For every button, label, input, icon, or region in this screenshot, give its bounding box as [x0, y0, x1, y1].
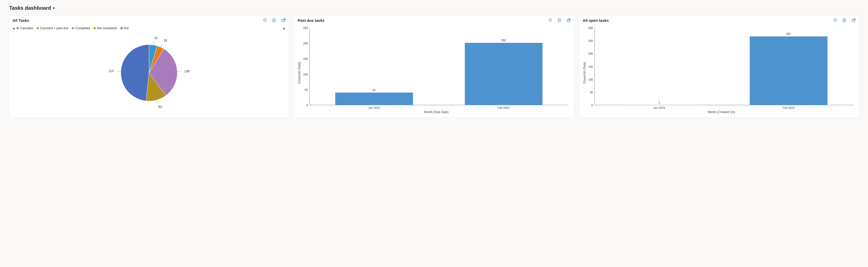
y-tick-label: 200 [586, 52, 593, 55]
card-actions [262, 18, 286, 23]
svg-line-6 [117, 71, 121, 71]
bar-value-label: 202 [501, 39, 506, 42]
pie-chart[interactable]: 211813853215 [12, 32, 286, 114]
svg-rect-1 [282, 20, 284, 22]
x-ticks: Jan 2023Feb 2023 [587, 105, 856, 109]
legend-label: Not [124, 26, 129, 30]
refresh-icon[interactable] [548, 18, 553, 23]
bar-chart[interactable]: Count:All (Task) 050100150200250300 1267… [582, 26, 856, 114]
y-tick-label: 250 [301, 26, 308, 29]
y-tick-label: 300 [586, 26, 593, 29]
svg-rect-10 [852, 20, 855, 22]
plot-area: 050100150200250 41202 Jan 2023Feb 2023 M… [302, 26, 571, 114]
legend-label: Completed [75, 26, 90, 30]
y-tick-label: 50 [586, 91, 593, 94]
x-axis-label: Month (Due Date) [302, 109, 571, 114]
svg-line-2 [153, 41, 154, 45]
pie-legend: ◀ CanceledCanceled + past dueCompletedNo… [12, 26, 286, 30]
refresh-icon[interactable] [833, 18, 837, 23]
plot-area: 050100150200250300 1267 Jan 2023Feb 2023… [587, 26, 856, 114]
card-header: All open tasks [579, 16, 859, 24]
bar[interactable]: 202 [465, 43, 542, 105]
legend-item[interactable]: Canceled [17, 26, 33, 30]
card-body: ◀ CanceledCanceled + past dueCompletedNo… [9, 24, 289, 117]
y-tick-label: 200 [301, 42, 308, 45]
card-past-due-tasks: Past due tasks Count:All (Task) [294, 15, 574, 118]
y-tick-label: 50 [301, 88, 308, 91]
svg-rect-8 [567, 20, 570, 22]
pie-value-label: 215 [108, 69, 114, 72]
x-ticks: Jan 2023Feb 2023 [302, 105, 571, 109]
card-title: All Tasks [12, 18, 262, 23]
card-all-tasks: All Tasks ◀ CanceledCanceled + pa [9, 15, 289, 118]
card-all-open-tasks: All open tasks Count:All (Task) [579, 15, 859, 118]
y-axis-label: Count:All (Task) [297, 26, 302, 114]
legend-label: Canceled [20, 26, 33, 30]
bar[interactable]: 267 [750, 36, 828, 105]
legend-item[interactable]: Completed [72, 26, 90, 30]
legend-label: Not completed [97, 26, 117, 30]
y-tick-label: 150 [301, 57, 308, 60]
y-tick-label: 150 [586, 65, 593, 68]
legend-swatch [17, 27, 19, 29]
pie-slice[interactable] [121, 44, 149, 101]
y-tick-label: 0 [586, 103, 593, 107]
legend-item[interactable]: Canceled + past due [37, 26, 68, 30]
x-tick-label: Feb 2023 [783, 106, 795, 109]
bar-value-label: 41 [373, 88, 376, 92]
legend-swatch [72, 27, 74, 29]
view-records-icon[interactable] [557, 18, 562, 23]
card-body: Count:All (Task) 050100150200250300 1267… [579, 24, 859, 117]
y-tick-label: 100 [301, 73, 308, 76]
x-tick-label: Feb 2023 [498, 106, 509, 109]
x-tick-label: Jan 2023 [368, 106, 380, 109]
legend-prev-icon[interactable]: ◀ [12, 27, 14, 30]
legend-items: CanceledCanceled + past dueCompletedNot … [17, 26, 281, 30]
dashboard-cards: All Tasks ◀ CanceledCanceled + pa [9, 15, 859, 118]
legend-next-icon[interactable]: ▶ [283, 27, 285, 30]
bar-chart[interactable]: Count:All (Task) 050100150200250 41202 J… [297, 26, 571, 114]
y-tick-label: 100 [586, 78, 593, 81]
bar[interactable]: 41 [335, 93, 413, 105]
dashboard-title[interactable]: Tasks dashboard ▾ [9, 5, 859, 11]
bar-value-label: 267 [786, 32, 791, 35]
card-header: Past due tasks [294, 16, 574, 24]
svg-line-5 [156, 100, 157, 103]
pie-value-label: 21 [154, 36, 158, 39]
pie-value-label: 138 [184, 69, 190, 73]
dashboard-title-label: Tasks dashboard [9, 5, 51, 11]
bar-value-label: 1 [658, 101, 660, 104]
refresh-icon[interactable] [262, 18, 267, 23]
expand-icon[interactable] [281, 18, 286, 23]
expand-icon[interactable] [851, 18, 856, 23]
legend-item[interactable]: Not [121, 26, 129, 30]
legend-swatch [94, 27, 96, 29]
card-actions [548, 18, 571, 23]
pie-value-label: 18 [163, 39, 167, 42]
y-tick-label: 250 [586, 39, 593, 42]
pie-value-label: 53 [158, 105, 162, 109]
bar[interactable]: 1 [620, 105, 698, 105]
view-records-icon[interactable] [272, 18, 277, 23]
card-title: All open tasks [583, 18, 833, 23]
card-title: Past due tasks [298, 18, 548, 23]
card-actions [833, 18, 856, 23]
legend-swatch [121, 27, 123, 29]
legend-swatch [37, 27, 39, 29]
y-tick-label: 0 [301, 103, 308, 107]
svg-line-3 [161, 43, 162, 47]
legend-label: Canceled + past due [40, 26, 68, 30]
card-header: All Tasks [9, 16, 289, 24]
expand-icon[interactable] [566, 18, 571, 23]
card-body: Count:All (Task) 050100150200250 41202 J… [294, 24, 574, 117]
view-records-icon[interactable] [842, 18, 847, 23]
x-tick-label: Jan 2023 [653, 106, 665, 109]
legend-item[interactable]: Not completed [94, 26, 117, 30]
chevron-down-icon: ▾ [53, 6, 55, 10]
x-axis-label: Month (Created On) [587, 109, 856, 114]
